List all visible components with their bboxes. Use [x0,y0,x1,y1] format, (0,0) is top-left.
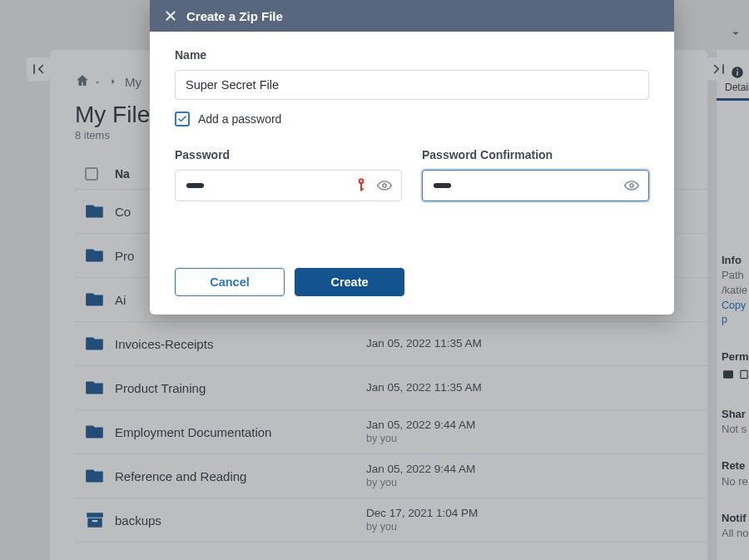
eye-icon[interactable] [375,176,394,195]
modal-body: Name Add a password Password [150,32,674,251]
password-label: Password [175,148,402,161]
key-icon[interactable] [352,176,370,195]
eye-icon[interactable] [623,176,641,195]
password-confirm-input[interactable] [422,170,649,201]
svg-rect-8 [360,188,364,190]
cancel-button[interactable]: Cancel [175,268,285,296]
create-button[interactable]: Create [295,268,404,296]
modal-header: Create a Zip File [150,0,674,32]
name-label: Name [175,48,649,62]
password-confirm-label: Password Confirmation [422,148,649,161]
modal-actions: Cancel Create [150,251,674,315]
svg-point-9 [383,184,386,187]
create-zip-modal: Create a Zip File Name Add a password Pa… [150,0,674,315]
add-password-checkbox[interactable] [175,112,190,126]
svg-point-10 [630,184,633,187]
modal-title: Create a Zip File [186,9,283,23]
add-password-row[interactable]: Add a password [175,112,649,126]
close-icon[interactable] [163,8,178,23]
svg-point-6 [360,180,363,182]
zip-name-input[interactable] [175,70,649,100]
add-password-label: Add a password [198,112,281,126]
